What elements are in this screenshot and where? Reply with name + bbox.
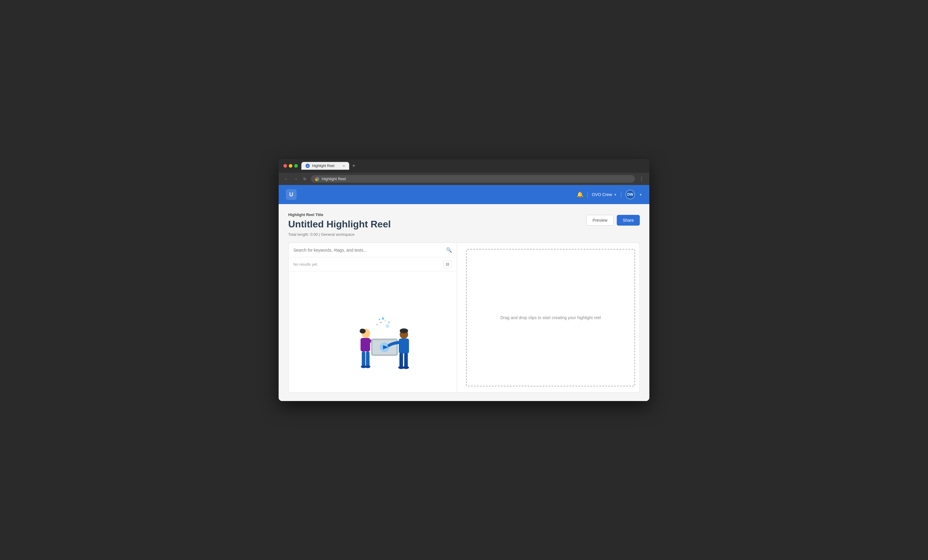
logo-container: U	[286, 189, 296, 200]
tab-title: Highlight Reel	[312, 164, 334, 168]
main-layout: 🔍 No results yet. ⊟	[288, 243, 640, 393]
header-divider-2	[621, 192, 621, 198]
no-results-text: No results yet.	[293, 262, 318, 266]
header-divider-1	[588, 192, 588, 198]
workspace-selector[interactable]: OVO Crew ▼	[592, 192, 617, 197]
right-panel: Drag and drop clips to start creating yo…	[462, 243, 640, 393]
svg-point-3	[380, 322, 382, 323]
search-icon: 🔍	[446, 247, 452, 253]
svg-point-20	[400, 329, 408, 333]
search-input[interactable]	[293, 248, 443, 253]
workspace-chevron-icon: ▼	[614, 193, 617, 196]
page-title-section: Highlight Reel Title Untitled Highlight …	[288, 213, 391, 237]
svg-rect-22	[400, 353, 403, 367]
tab-bar: G Highlight Reel ✕ +	[301, 162, 644, 170]
browser-window: G Highlight Reel ✕ + ← → ↻ Highlight Ree…	[279, 159, 649, 401]
svg-point-0	[382, 317, 384, 320]
title-bar: G Highlight Reel ✕ +	[279, 159, 649, 173]
address-text: Highlight Reel	[322, 177, 346, 181]
traffic-lights	[284, 164, 298, 167]
close-traffic-light[interactable]	[284, 164, 287, 167]
header-right: 🔔 OVO Crew ▼ DW ▼	[577, 190, 643, 199]
illustration-area	[288, 271, 457, 393]
preview-button[interactable]: Preview	[586, 215, 614, 225]
svg-rect-11	[362, 352, 365, 366]
minimize-traffic-light[interactable]	[289, 164, 292, 167]
page-label: Highlight Reel Title	[288, 213, 391, 217]
app-logo: U	[286, 189, 296, 200]
svg-point-5	[379, 319, 380, 320]
back-button[interactable]: ←	[283, 176, 289, 182]
maximize-traffic-light[interactable]	[294, 164, 298, 167]
svg-rect-10	[360, 338, 370, 352]
left-panel: 🔍 No results yet. ⊟	[288, 243, 457, 393]
drop-zone-text: Drag and drop clips to start creating yo…	[501, 315, 601, 320]
address-bar: ← → ↻ Highlight Reel ⋮	[279, 173, 649, 185]
google-favicon-icon	[315, 177, 319, 181]
filter-icon-button[interactable]: ⊟	[443, 260, 452, 268]
reload-button[interactable]: ↻	[302, 176, 308, 182]
page-content: Highlight Reel Title Untitled Highlight …	[279, 204, 649, 401]
app-content: U 🔔 OVO Crew ▼ DW ▼ Highli	[279, 185, 649, 401]
search-area: 🔍	[288, 243, 457, 257]
svg-rect-21	[399, 339, 409, 353]
svg-rect-23	[404, 353, 408, 367]
app-header: U 🔔 OVO Crew ▼ DW ▼	[279, 185, 649, 204]
empty-state-illustration	[325, 290, 420, 374]
user-menu-chevron-icon[interactable]: ▼	[639, 193, 642, 196]
share-button[interactable]: Share	[617, 215, 640, 225]
svg-point-9	[360, 329, 363, 332]
tab-close-icon[interactable]: ✕	[343, 164, 345, 167]
drop-zone[interactable]: Drag and drop clips to start creating yo…	[466, 249, 635, 387]
new-tab-button[interactable]: +	[350, 162, 357, 170]
notification-bell-icon[interactable]: 🔔	[577, 191, 583, 198]
svg-point-14	[365, 365, 371, 368]
address-input[interactable]: Highlight Reel	[311, 175, 635, 183]
page-header: Highlight Reel Title Untitled Highlight …	[288, 213, 640, 237]
svg-rect-12	[366, 352, 369, 366]
browser-menu-button[interactable]: ⋮	[638, 175, 645, 182]
browser-tab-active[interactable]: G Highlight Reel ✕	[301, 162, 349, 170]
workspace-name: OVO Crew	[592, 192, 612, 197]
svg-point-1	[376, 324, 378, 326]
user-avatar[interactable]: DW	[626, 190, 635, 199]
forward-button[interactable]: →	[292, 176, 299, 182]
tab-favicon: G	[305, 164, 310, 168]
svg-point-2	[386, 324, 389, 327]
page-title: Untitled Highlight Reel	[288, 219, 391, 230]
page-meta: Total length: 0:00 | General workspace	[288, 232, 391, 237]
filter-row: No results yet. ⊟	[288, 257, 457, 271]
header-actions: Preview Share	[586, 215, 640, 225]
svg-point-4	[385, 320, 386, 321]
svg-point-6	[388, 321, 390, 323]
svg-point-25	[403, 366, 409, 369]
filter-icon: ⊟	[446, 262, 449, 266]
